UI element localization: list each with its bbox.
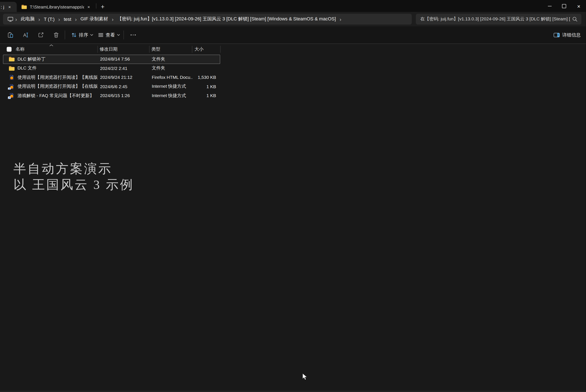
- file-date-modified: 2024/9/24 21:12: [98, 75, 149, 80]
- table-row[interactable]: 游戏解锁 - FAQ 常见问题【不时更新】 2024/6/15 1:26 Int…: [3, 91, 220, 100]
- firefox-doc-icon: [9, 74, 15, 80]
- new-tab-button[interactable]: +: [98, 2, 108, 12]
- toolbar-divider: [65, 30, 65, 40]
- column-header-date[interactable]: 修改日期: [100, 44, 118, 54]
- breadcrumb-chevron[interactable]: ›: [57, 16, 62, 22]
- table-row[interactable]: 使用说明【用浏览器打开阅读】【离线版】.... 2024/9/24 21:12 …: [3, 73, 220, 82]
- folder-icon: [9, 66, 15, 72]
- sort-icon: [71, 32, 77, 38]
- breadcrumb-item[interactable]: 【密码: juij.fun】[v1.13.0.3] [2024-09-26] 王…: [115, 16, 338, 22]
- delete-button[interactable]: [50, 29, 62, 41]
- view-label: 查看: [106, 32, 115, 38]
- breadcrumb-chevron[interactable]: ›: [110, 16, 115, 22]
- details-pane-label: 详细信息: [562, 32, 581, 38]
- window-controls: ×: [542, 0, 586, 12]
- folder-icon: [9, 56, 15, 62]
- file-name: 游戏解锁 - FAQ 常见问题【不时更新】: [18, 92, 94, 99]
- address-bar: ›此电脑›T (T:)›test›GIF 录制素材›【密码: juij.fun】…: [0, 12, 586, 26]
- breadcrumb[interactable]: ›此电脑›T (T:)›test›GIF 录制素材›【密码: juij.fun】…: [3, 14, 412, 25]
- file-date-modified: 2024/8/14 7:56: [98, 56, 149, 62]
- file-date-modified: 2024/6/6 2:45: [98, 84, 149, 89]
- sort-ascending-icon: [49, 44, 54, 46]
- share-button[interactable]: [35, 29, 47, 41]
- column-divider[interactable]: [149, 46, 150, 53]
- view-icon: [98, 32, 104, 38]
- toolbar: 排序 查看 详细信息: [0, 26, 586, 44]
- file-name: 使用说明【用浏览器打开阅读】【在线版】: [18, 83, 98, 90]
- file-size: 1 KB: [192, 93, 220, 98]
- table-row[interactable]: DLC 解锁补丁 2024/8/14 7:56 文件夹: [3, 54, 220, 64]
- table-row[interactable]: 使用说明【用浏览器打开阅读】【在线版】 2024/6/6 2:45 Intern…: [3, 82, 220, 91]
- file-type: 文件夹: [150, 65, 192, 72]
- breadcrumb-chevron[interactable]: ›: [14, 16, 19, 22]
- maximize-icon: [562, 4, 566, 8]
- watermark: 半自动方案演示 以 王国风云 3 示例: [14, 160, 134, 193]
- firefox-shortcut-icon: [9, 93, 15, 98]
- toolbar-divider: [124, 30, 124, 40]
- close-icon[interactable]: ×: [6, 4, 13, 10]
- tab-partial-label: : j: [1, 4, 4, 10]
- column-divider[interactable]: [98, 46, 98, 53]
- watermark-line-2: 以 王国风云 3 示例: [14, 176, 134, 192]
- chevron-down-icon: [90, 34, 94, 36]
- tab-partial[interactable]: : j ×: [0, 2, 17, 12]
- more-options-button[interactable]: [127, 29, 139, 41]
- minimize-button[interactable]: [542, 0, 557, 12]
- details-pane-button[interactable]: 详细信息: [551, 29, 583, 41]
- file-name: DLC 文件: [18, 65, 37, 72]
- paste-icon: [8, 32, 14, 38]
- search-icon[interactable]: [572, 16, 578, 22]
- window-bottom-edge: [0, 391, 586, 392]
- table-row[interactable]: DLC 文件 2024/2/2 2:41 文件夹: [3, 64, 220, 73]
- file-date-modified: 2024/2/2 2:41: [98, 66, 149, 71]
- mouse-cursor: [302, 373, 308, 381]
- chevron-down-icon: [117, 34, 120, 36]
- column-header-name[interactable]: 名称: [16, 44, 25, 54]
- breadcrumb-item[interactable]: T (T:): [42, 16, 56, 22]
- breadcrumb-chevron[interactable]: ›: [37, 16, 42, 22]
- file-type: Internet 快捷方式: [150, 92, 192, 99]
- paste-button[interactable]: [5, 29, 16, 41]
- sort-label: 排序: [79, 32, 88, 38]
- breadcrumb-item[interactable]: test: [62, 16, 73, 22]
- tab-divider: [96, 4, 97, 9]
- file-date-modified: 2024/6/15 1:26: [98, 93, 149, 98]
- column-header-type[interactable]: 类型: [151, 44, 160, 54]
- select-all-checkbox[interactable]: [7, 47, 12, 52]
- rename-icon: [23, 32, 29, 38]
- file-size: 1 KB: [192, 84, 220, 89]
- maximize-button[interactable]: [557, 0, 571, 12]
- minimize-icon: [548, 6, 552, 6]
- column-divider[interactable]: [192, 46, 192, 53]
- sort-button[interactable]: 排序: [69, 29, 96, 41]
- breadcrumb-item[interactable]: 此电脑: [19, 16, 37, 22]
- details-pane-icon: [554, 32, 560, 38]
- delete-icon: [53, 32, 59, 38]
- close-icon[interactable]: ×: [86, 4, 92, 10]
- share-icon: [38, 32, 44, 38]
- breadcrumb-chevron[interactable]: ›: [73, 16, 79, 22]
- tab-steamlibrary[interactable]: T:\SteamLibrary\steamapps\cor ×: [18, 2, 93, 12]
- breadcrumb-item[interactable]: GIF 录制素材: [79, 16, 110, 22]
- rename-button[interactable]: [20, 29, 32, 41]
- tab-label: T:\SteamLibrary\steamapps\cor: [30, 5, 84, 9]
- watermark-line-1: 半自动方案演示: [14, 160, 134, 176]
- list-header: 名称 修改日期 类型 大小: [0, 44, 586, 54]
- column-header-size[interactable]: 大小: [195, 44, 203, 54]
- close-button[interactable]: ×: [571, 0, 586, 12]
- file-name: DLC 解锁补丁: [18, 56, 46, 62]
- breadcrumb-chevron[interactable]: ›: [338, 16, 343, 22]
- monitor-icon: [8, 16, 14, 22]
- ellipsis-icon: [131, 34, 136, 36]
- search-placeholder: 在【密码: juij.fun】[v1.13.0.3] [2024-09-26] …: [416, 16, 571, 22]
- column-divider[interactable]: [220, 46, 221, 53]
- close-icon: ×: [577, 3, 580, 9]
- file-name: 使用说明【用浏览器打开阅读】【离线版】....: [18, 74, 98, 81]
- view-button[interactable]: 查看: [95, 29, 123, 41]
- file-type: Internet 快捷方式: [150, 83, 192, 90]
- file-size: 1,530 KB: [192, 75, 220, 80]
- folder-icon: [21, 4, 27, 9]
- search-input[interactable]: 在【密码: juij.fun】[v1.13.0.3] [2024-09-26] …: [416, 14, 581, 25]
- file-explorer-window: : j × T:\SteamLibrary\steamapps\cor × + …: [0, 0, 586, 392]
- firefox-shortcut-icon: [9, 84, 15, 90]
